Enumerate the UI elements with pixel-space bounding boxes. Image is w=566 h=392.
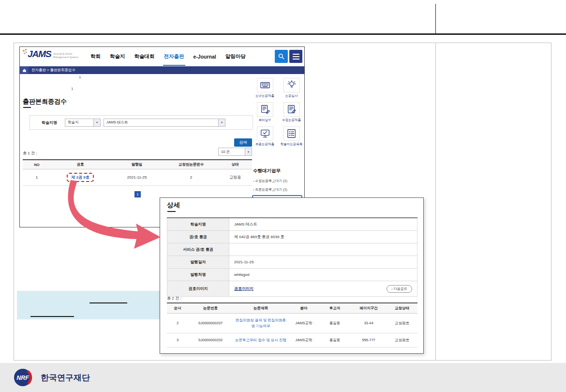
nav-item-journal[interactable]: 학술지 — [110, 47, 125, 66]
field-value: JAMS 테스트 — [229, 218, 417, 231]
stray-mark-1: 1 — [79, 75, 81, 79]
cell-order: 3 — [167, 333, 188, 347]
chevron-down-icon: ▼ — [93, 119, 100, 126]
download-button[interactable]: ↓ 다운로드 — [387, 285, 412, 293]
pending-tasks-title: 수행대기업무 — [253, 168, 281, 174]
pagination-page-1[interactable]: 1 — [134, 191, 141, 197]
title-underline — [23, 107, 31, 108]
breadcrumb: 전자출판 > 출판본최종검수 — [31, 68, 75, 73]
popup-title: 상세 — [167, 201, 180, 210]
cell-pages: 33-44 — [351, 314, 387, 333]
home-icon[interactable] — [20, 66, 29, 74]
field-value: whtisgod — [229, 269, 417, 281]
page-size-select[interactable]: 10 건 ▼ — [218, 148, 252, 156]
quickmenu-revise-submit[interactable]: 수정논문제출 — [279, 102, 304, 122]
col-field-header: 분야 — [289, 303, 319, 314]
keyboard-icon — [257, 78, 273, 92]
menu-button[interactable] — [289, 50, 302, 63]
article-title-link[interactable]: 편집위원장 결제 및 편집위원총명 기능여부 — [236, 318, 286, 328]
search-button[interactable] — [275, 50, 288, 63]
search-submit-button[interactable]: 검색 — [234, 138, 252, 147]
volume-link[interactable]: 제 2권 9호 — [67, 173, 93, 182]
volume-table: NO 권호 발행일 교정된논문편수 상태 1 제 2권 9호 2021-11-2… — [23, 159, 252, 186]
cell-no: 1 — [23, 169, 51, 186]
field-value — [229, 243, 417, 256]
field-row: 서비스 권/호 통권 — [167, 243, 417, 256]
field-label: 권호이미지 — [167, 281, 229, 297]
main-menu: 학회 학술지 학술대회 전자출판 e-Journal 알림마당 — [90, 47, 246, 66]
logo-text: JAMS — [28, 49, 51, 60]
col-no-header: NO — [23, 160, 51, 169]
field-label: 발행처명 — [167, 269, 229, 281]
nav-item-notice[interactable]: 알림마당 — [225, 47, 246, 66]
page-title: 출판본최종검수 — [23, 97, 67, 106]
note-blank-line — [89, 302, 127, 303]
cell-pages: 555-777 — [351, 333, 387, 347]
quickmenu-new-submit[interactable]: 신규논문제출 — [252, 78, 278, 98]
cell-article-no: SJ0000000207 — [188, 314, 233, 333]
cell-status: 교정중 — [218, 169, 252, 186]
nav-item-society[interactable]: 학회 — [90, 47, 101, 66]
col-submitter-header: 투고자 — [319, 303, 351, 314]
field-label: 발행일자 — [167, 256, 229, 269]
quick-menu: 신규논문제출 논문심사 회비납부 수정논문제출 최종논문제출 — [252, 78, 304, 147]
col-pubdate-header: 발행일 — [110, 160, 164, 169]
pending-task-item[interactable]: -수정논문투고대기 (1) — [253, 179, 287, 183]
journal-type-select[interactable]: 학술지 ▼ — [65, 119, 101, 127]
filter-panel: 학술지명 학술지 ▼ JAMS 테스트 ▼ — [30, 115, 253, 130]
field-value: 권호이미지 ↓ 다운로드 — [229, 281, 417, 297]
nav-item-conference[interactable]: 학술대회 — [134, 47, 155, 66]
field-value: 제 042권 869호 통권 6039 호 — [229, 231, 417, 243]
result-count: 총 1 건| — [23, 151, 37, 156]
cell-order: 2 — [167, 314, 188, 333]
article-list-icon — [283, 126, 300, 141]
revise-submit-icon — [283, 102, 300, 117]
field-row: 학술지명 JAMS 테스트 — [167, 218, 417, 231]
popup-title-underline — [167, 211, 176, 212]
nav-item-epublish[interactable]: 전자출판 — [164, 47, 184, 66]
nav-item-ejournal[interactable]: e-Journal — [194, 47, 216, 66]
journal-name-label: 학술지명 — [42, 120, 57, 125]
fee-payment-icon — [257, 102, 273, 117]
cell-field: JAMS공학 — [289, 333, 319, 347]
col-pages-header: 페이지구간 — [351, 303, 387, 314]
note-blank-line — [30, 316, 74, 317]
hamburger-icon — [293, 54, 299, 55]
quickmenu-final-submit[interactable]: 최종논문제출 — [252, 126, 278, 147]
volume-image-link[interactable]: 권호이미지 — [234, 286, 253, 291]
journal-name-select[interactable]: JAMS 테스트 ▼ — [104, 119, 225, 127]
review-bulb-icon — [283, 78, 300, 92]
chevron-down-icon: ▼ — [245, 148, 252, 155]
footer: NRF 한국연구재단 — [0, 363, 566, 392]
note-box — [17, 291, 160, 319]
cell-field: JAMS공학 — [289, 314, 319, 333]
field-label: 학술지명 — [167, 218, 229, 231]
table-header-row: 순서 논문번호 논문제목 분야 투고자 페이지구간 교정상태 — [167, 303, 417, 314]
col-order-header: 순서 — [167, 303, 188, 314]
field-row: 권/호 통권 제 042권 869호 통권 6039 호 — [167, 231, 417, 243]
field-label: 권/호 통권 — [167, 231, 229, 243]
cell-proof-status: 교정완료 — [387, 333, 417, 347]
field-label: 서비스 권/호 통권 — [167, 243, 229, 256]
col-volume-header: 권호 — [51, 160, 110, 169]
article-title-link[interactable]: 논문투고부터 접수 및 심사 진행 — [235, 338, 286, 342]
col-title-header: 논문제목 — [233, 303, 289, 314]
cell-title: 편집위원장 결제 및 편집위원총명 기능여부 — [233, 314, 289, 333]
table-header-row: NO 권호 발행일 교정된논문편수 상태 — [23, 160, 252, 169]
quickmenu-review[interactable]: 논문심사 — [279, 78, 304, 98]
pending-task-item[interactable]: -최종논문투고대기 (1) — [253, 187, 287, 192]
search-icon — [278, 53, 285, 60]
header-rule — [0, 33, 566, 35]
jams-logo[interactable]: JAMS Journal & ArticleManagement System — [23, 49, 78, 60]
content-divider-line — [435, 43, 436, 361]
chevron-down-icon: ▼ — [218, 119, 225, 126]
col-corrected-header: 교정된논문편수 — [164, 160, 218, 169]
logo-subtitle: Journal & ArticleManagement System — [53, 52, 78, 59]
field-row: 발행처명 whtisgod — [167, 269, 417, 281]
svg-text:NRF: NRF — [16, 375, 29, 381]
article-count: 총 2 건| — [167, 296, 181, 301]
quickmenu-fee[interactable]: 회비납부 — [252, 102, 278, 122]
quickmenu-article-list[interactable]: 학술지논문목록 — [279, 126, 304, 147]
stray-mark-2: 1 — [71, 87, 73, 91]
table-row: 2 SJ0000000207 편집위원장 결제 및 편집위원총명 기능여부 JA… — [167, 314, 417, 333]
